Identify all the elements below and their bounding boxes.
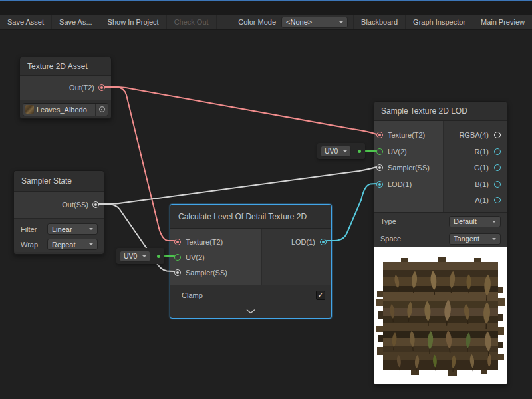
filter-value: Linear: [52, 225, 72, 233]
port-row: G(1): [444, 160, 507, 176]
input-port-texture[interactable]: [376, 132, 383, 138]
port-label: B(1): [475, 180, 489, 188]
port-label: LOD(1): [388, 180, 412, 188]
check-icon: ✓: [318, 291, 323, 299]
filter-label: Filter: [14, 225, 47, 233]
input-port-uv[interactable]: [376, 148, 383, 155]
focus-accent-line: [0, 0, 532, 1]
type-dropdown[interactable]: Default: [449, 216, 501, 227]
input-port-texture[interactable]: [174, 239, 181, 245]
node-sample-texture-2d-lod[interactable]: Sample Texture 2D LOD Texture(T2) UV(2) …: [374, 101, 507, 385]
wrap-row: Wrap Repeat: [14, 237, 104, 252]
graph-inspector-button[interactable]: Graph Inspector: [406, 15, 473, 29]
port-row: LOD(1): [262, 234, 331, 249]
color-mode-dropdown[interactable]: <None>: [281, 17, 348, 28]
output-port-texture[interactable]: [98, 84, 105, 91]
edge-texture-to-sample[interactable]: [105, 87, 376, 134]
node-sampler-state[interactable]: Sampler State Out(SS) Filter Linear Wrap…: [13, 170, 104, 255]
output-port-r[interactable]: [494, 148, 501, 155]
edge-sampler-to-sample[interactable]: [99, 167, 376, 204]
port-label: Texture(T2): [186, 238, 223, 246]
node-title: Texture 2D Asset: [20, 57, 111, 76]
port-row: R(1): [444, 144, 507, 160]
port-row: RGBA(4): [444, 127, 507, 144]
output-port-b[interactable]: [494, 181, 501, 188]
object-field-row: Leaves_Albedo: [20, 100, 111, 118]
collapse-button[interactable]: [170, 305, 331, 317]
chevron-down-icon: [492, 238, 496, 242]
chevron-down-icon: [492, 221, 496, 225]
uv-connection-dot: [157, 255, 160, 258]
port-label: Sampler(SS): [388, 164, 430, 172]
blackboard-button[interactable]: Blackboard: [354, 15, 406, 29]
port-row: Sampler(SS): [170, 265, 261, 280]
uv-channel-dropdown[interactable]: UV0: [321, 146, 351, 157]
type-label: Type: [374, 217, 449, 225]
port-label: LOD(1): [291, 238, 315, 246]
object-picker-button[interactable]: [95, 104, 108, 116]
space-dropdown[interactable]: Tangent: [449, 233, 501, 245]
texture-object-field[interactable]: Leaves_Albedo: [23, 103, 108, 116]
chevron-down-icon: [339, 21, 343, 25]
filter-dropdown[interactable]: Linear: [47, 223, 98, 235]
port-label: RGBA(4): [459, 131, 489, 139]
port-label: Sampler(SS): [186, 269, 227, 277]
wrap-label: Wrap: [14, 241, 47, 249]
port-label: UV(2): [186, 253, 205, 261]
node-texture-2d-asset[interactable]: Texture 2D Asset Out(T2) Leaves_Albedo: [19, 57, 112, 119]
output-port-a[interactable]: [494, 197, 501, 203]
port-row: UV(2): [374, 144, 443, 160]
uv-selector-widget: UV0: [116, 248, 164, 264]
type-row: Type Default: [374, 213, 507, 230]
port-label: UV(2): [388, 148, 407, 156]
port-row: Out(SS): [14, 192, 104, 218]
output-port-rgba[interactable]: [494, 132, 501, 138]
chevron-down-icon: [343, 150, 347, 154]
port-label: Texture(T2): [388, 131, 425, 139]
toolbar: Save Asset Save As... Show In Project Ch…: [0, 15, 532, 30]
save-asset-button[interactable]: Save Asset: [0, 15, 52, 29]
node-calculate-lod[interactable]: Calculate Level Of Detail Texture 2D Tex…: [170, 204, 332, 319]
show-in-project-button[interactable]: Show In Project: [100, 15, 167, 29]
node-preview: [374, 247, 507, 384]
node-title: Calculate Level Of Detail Texture 2D: [170, 205, 331, 229]
texture-asset-name: Leaves_Albedo: [37, 106, 95, 114]
input-port-sampler[interactable]: [174, 269, 181, 276]
uv-channel-dropdown[interactable]: UV0: [120, 251, 150, 262]
port-row: UV(2): [170, 249, 261, 265]
title-bar: [0, 0, 532, 15]
leaves-texture-preview-image: [374, 247, 507, 384]
save-as-button[interactable]: Save As...: [52, 15, 100, 29]
port-row: A(1): [444, 192, 507, 209]
uv-channel-value: UV0: [124, 252, 137, 260]
wrap-value: Repeat: [52, 241, 75, 249]
uv-connection-dot: [358, 150, 361, 153]
port-row: Out(T2): [20, 76, 111, 100]
edge-texture-to-calc[interactable]: [105, 87, 174, 241]
port-label: A(1): [475, 196, 489, 204]
main-preview-button[interactable]: Main Preview: [473, 15, 532, 29]
color-mode-label: Color Mode: [230, 15, 281, 29]
chevron-down-icon: [246, 309, 255, 314]
clamp-checkbox[interactable]: ✓: [316, 291, 325, 300]
input-port-uv[interactable]: [174, 254, 181, 261]
filter-row: Filter Linear: [14, 221, 104, 237]
output-port-lod[interactable]: [320, 239, 327, 245]
chevron-down-icon: [89, 228, 93, 232]
space-row: Space Tangent: [374, 230, 507, 247]
port-label: R(1): [475, 148, 489, 156]
output-port-sampler[interactable]: [92, 201, 99, 208]
input-port-sampler[interactable]: [376, 164, 383, 171]
clamp-row: Clamp ✓: [170, 285, 331, 305]
port-row: Sampler(SS): [374, 160, 443, 176]
wrap-dropdown[interactable]: Repeat: [47, 239, 98, 250]
chevron-down-icon: [89, 243, 93, 247]
clamp-label: Clamp: [182, 291, 203, 299]
port-row: Texture(T2): [374, 127, 443, 144]
output-port-g[interactable]: [494, 164, 501, 171]
color-mode-value: <None>: [286, 18, 312, 26]
port-row: LOD(1): [374, 176, 443, 193]
uv-channel-value: UV0: [325, 147, 338, 155]
edge-lod-to-sample[interactable]: [327, 184, 376, 241]
input-port-lod[interactable]: [376, 181, 383, 188]
